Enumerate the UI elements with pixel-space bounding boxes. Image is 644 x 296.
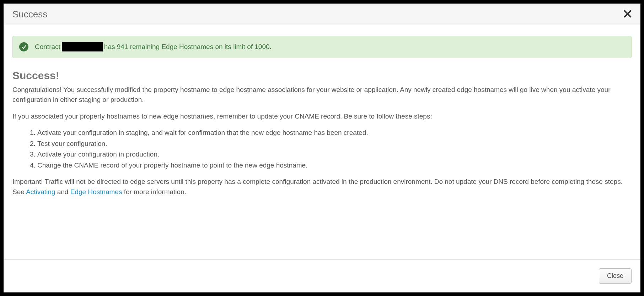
alert-prefix: Contract (35, 42, 60, 52)
list-item: Change the CNAME record of your property… (37, 160, 632, 171)
modal-title: Success (12, 9, 47, 20)
list-item: Test your configuration. (37, 139, 632, 149)
modal-header: Success (4, 4, 640, 25)
redacted-contract-id (62, 42, 103, 51)
alert-text: Contract has 941 remaining Edge Hostname… (35, 42, 272, 52)
important-mid: and (55, 188, 70, 196)
steps-list: Activate your configuration in staging, … (12, 128, 632, 170)
paragraph-important: Important! Traffic will not be directed … (12, 177, 632, 197)
success-modal: Success Contract has 941 remaining Edge … (4, 4, 640, 292)
success-alert: Contract has 941 remaining Edge Hostname… (12, 36, 632, 58)
list-item: Activate your configuration in staging, … (37, 128, 632, 138)
close-button[interactable]: Close (599, 268, 632, 284)
paragraph-steps-intro: If you associated your property hostname… (12, 111, 632, 122)
close-icon[interactable] (624, 10, 632, 20)
paragraph-congrats: Congratulations! You successfully modifi… (12, 85, 632, 105)
edge-hostnames-link[interactable]: Edge Hostnames (70, 188, 122, 196)
modal-body: Contract has 941 remaining Edge Hostname… (4, 25, 640, 259)
activating-link[interactable]: Activating (26, 188, 55, 196)
modal-footer: Close (4, 259, 640, 292)
success-heading: Success! (12, 67, 632, 83)
list-item: Activate your configuration in productio… (37, 149, 632, 160)
check-icon (19, 42, 28, 51)
important-post: for more information. (122, 188, 186, 196)
alert-suffix: has 941 remaining Edge Hostnames on its … (104, 42, 272, 52)
